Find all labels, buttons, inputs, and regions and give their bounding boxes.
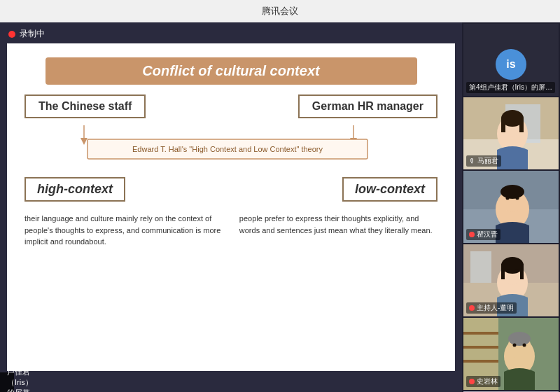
right-context-text: low-context: [355, 182, 425, 196]
svg-point-32: [515, 270, 519, 273]
participant-tile-quhanjun: 瞿汉晋: [463, 171, 559, 243]
svg-point-31: [507, 270, 510, 273]
screen-share-label: 第4组卢佳君（Iris）的屏幕共享: [7, 356, 33, 393]
title-bar: 腾讯会议: [0, 0, 560, 22]
svg-rect-29: [501, 264, 505, 279]
right-description: people prefer to express their thoughts …: [239, 213, 438, 248]
shiyuelin-name-text: 史岩林: [477, 377, 498, 386]
svg-point-41: [513, 344, 517, 347]
right-concept-box: German HR manager: [298, 94, 438, 118]
right-concept-text: German HR manager: [312, 100, 424, 112]
svg-rect-30: [520, 264, 524, 279]
svg-text:Edward T. Hall's "High Context: Edward T. Hall's "High Context and Low C…: [132, 145, 323, 153]
zhuchiren-name-label: 主持人-董明: [466, 302, 517, 314]
recording-bar: 录制中: [8, 28, 45, 40]
left-context-text: high-context: [37, 182, 113, 196]
bottom-bar: 第4组卢佳君（Iris）的屏幕共享: [0, 372, 14, 392]
zhuchiren-name-text: 主持人-董明: [477, 303, 514, 313]
recording-label: 录制中: [20, 28, 45, 40]
presentation-area: 录制中 Conflict of cultural context The Chi…: [0, 22, 462, 392]
left-description: their language and culture mainly rely o…: [24, 213, 223, 248]
slide-content: Conflict of cultural context The Chinese…: [7, 43, 455, 371]
iris-avatar-text: is: [506, 58, 515, 71]
svg-point-40: [508, 332, 531, 346]
iris-avatar: is: [496, 49, 526, 80]
svg-rect-35: [463, 332, 498, 335]
svg-point-14: [507, 122, 510, 126]
svg-point-22: [516, 197, 519, 200]
svg-rect-37: [463, 360, 498, 363]
svg-rect-12: [501, 118, 505, 132]
shiyuelin-name-label: 史岩林: [466, 376, 500, 387]
quhanjun-name-text: 瞿汉晋: [477, 230, 498, 239]
zhuchiren-mic-icon: [469, 305, 475, 311]
left-concept-box: The Chinese staff: [24, 94, 146, 118]
mali-name-label: 🎙 马丽君: [466, 155, 501, 167]
participant-tile-mali: 🎙 马丽君: [463, 97, 559, 169]
svg-rect-36: [463, 346, 498, 349]
left-desc-text: their language and culture mainly rely o…: [24, 214, 220, 246]
svg-point-21: [506, 197, 510, 200]
concepts-row: The Chinese staff German HR manager: [24, 94, 438, 118]
quhanjun-mic-icon: [469, 232, 475, 237]
quhanjun-name-label: 瞿汉晋: [466, 229, 500, 240]
participant-tile-shiyuelin: 史岩林: [463, 318, 559, 390]
mali-name-text: 马丽君: [477, 156, 498, 166]
participant-tile-zhuchiren: 主持人-董明: [463, 244, 559, 316]
participants-sidebar: is 第4组卢佳君（Iris）的屏…: [462, 22, 560, 392]
right-desc-text: people prefer to express their thoughts …: [239, 214, 433, 234]
left-concept-text: The Chinese staff: [38, 100, 132, 112]
shiyuelin-mic-icon: [469, 379, 475, 384]
description-row: their language and culture mainly rely o…: [24, 213, 438, 248]
svg-marker-1: [80, 138, 88, 145]
svg-point-20: [500, 185, 524, 199]
slide-wrapper: Conflict of cultural context The Chinese…: [7, 43, 455, 371]
svg-rect-25: [470, 251, 491, 283]
main-container: 录制中 Conflict of cultural context The Chi…: [0, 22, 560, 392]
slide-title-box: Conflict of cultural context: [46, 57, 417, 85]
slide-title: Conflict of cultural context: [142, 63, 319, 78]
mali-mic-icon: 🎙: [469, 158, 475, 164]
context-row: high-context low-context: [24, 177, 438, 202]
iris-screen-share-text: 第4组卢佳君（Iris）的屏…: [469, 83, 552, 92]
iris-name-label: 第4组卢佳君（Iris）的屏…: [466, 82, 555, 93]
arrow-area: Edward T. Hall's "High Context and Low C…: [24, 125, 438, 167]
arrows-svg: Edward T. Hall's "High Context and Low C…: [24, 125, 438, 167]
svg-rect-13: [519, 118, 524, 132]
svg-point-42: [523, 344, 526, 347]
app-title: 腾讯会议: [262, 5, 298, 18]
right-context-box: low-context: [342, 177, 438, 202]
svg-point-15: [515, 122, 519, 126]
participant-tile-iris: is 第4组卢佳君（Iris）的屏…: [463, 24, 559, 96]
left-context-box: high-context: [24, 177, 125, 202]
recording-dot: [8, 31, 15, 38]
